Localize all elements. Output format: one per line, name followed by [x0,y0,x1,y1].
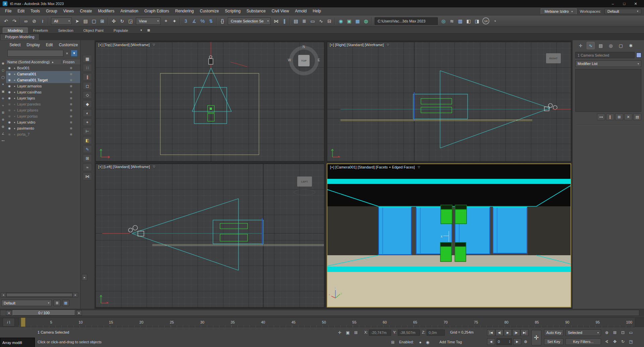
previous-frame-button[interactable]: ◀| [495,329,503,336]
pivot-icon[interactable]: ⌖ [83,118,92,126]
display-all-icon[interactable]: ◉ [1,61,5,66]
maxscript-mini-listener[interactable]: Array modifi [0,338,35,347]
layer-list-icon[interactable]: ≣ [53,300,61,306]
relax-icon[interactable]: ≈ [83,163,92,171]
mirror-icon[interactable]: ⋈ [272,17,280,25]
add-time-tag[interactable]: Add Time Tag [439,340,462,344]
select-and-link-icon[interactable]: ∞ [22,17,30,25]
menu-customize[interactable]: Customize [197,7,222,15]
tab-motion[interactable]: ◎ [607,42,615,49]
polygon-modeling-panel[interactable]: Polygon Modeling [1,34,39,40]
paint-deform-icon[interactable]: ✎ [83,145,92,153]
menu-scripting[interactable]: Scripting [222,7,244,15]
visibility-eye-icon[interactable]: ◉ [7,133,12,136]
element-mode-icon[interactable]: ◆ [83,100,92,108]
display-materials-icon[interactable]: ◍ [1,124,5,129]
previous-frame-button[interactable]: ◀ [487,338,495,345]
make-unique-icon[interactable]: ⊞ [615,114,623,120]
time-slider-handle[interactable]: 0 / 100 [13,310,75,316]
y-coordinate-field[interactable]: -38,507m [398,330,420,336]
frozen-icon[interactable]: ✱ [62,102,80,106]
menu-create[interactable]: Create [77,7,95,15]
menu-edit[interactable]: Edit [14,7,28,15]
display-lights-icon[interactable]: ✶ [1,82,5,87]
display-xrefs-icon[interactable]: ⊛ [1,117,5,122]
column-frozen-header[interactable]: Frozen [61,60,80,64]
compass-north-label[interactable]: N [303,45,305,49]
next-frame-button[interactable]: ▶ [513,338,521,345]
clear-search-icon[interactable]: ✕ [65,52,69,55]
select-and-move-icon[interactable]: ✜ [110,17,118,25]
menu-views[interactable]: Views [60,7,77,15]
play-button[interactable]: ▶ [504,329,512,336]
spinner-icon[interactable]: ▲▼ [509,340,511,343]
go-to-end-button[interactable]: ▶| [521,329,529,336]
select-object-icon[interactable]: ➤ [73,17,81,25]
display-groups-icon[interactable]: ⊞ [1,110,5,115]
modifier-stack[interactable] [575,69,641,112]
divider[interactable] [108,17,108,25]
per-view-filter-icon[interactable]: ▽ [418,165,420,169]
explorer-menu-select[interactable]: Select [7,42,23,48]
next-frame-button[interactable]: |▶ [512,329,520,336]
select-and-scale-icon[interactable]: ◲ [126,17,135,25]
visibility-eye-icon[interactable]: ◉ [7,109,12,112]
list-item[interactable]: ◉ ● Layer:armarios ✱ [6,83,80,89]
tab-hierarchy[interactable]: ▤ [597,42,605,49]
zoom-all-icon[interactable]: ⊞ [611,329,619,336]
view-cube-face-tag[interactable]: RIGHT [546,53,561,63]
redo-icon[interactable]: ↷ [10,17,18,25]
select-and-manipulate-icon[interactable]: ✦ [170,17,178,25]
create-key-button[interactable]: ✛ [531,330,541,345]
maximize-button[interactable]: □ [619,0,630,7]
toggle-a-icon[interactable]: ◧ [465,17,473,25]
list-item[interactable]: ◉ ● Layer:pilares ✱ [6,107,80,113]
track-bar-frame-marker[interactable] [21,318,25,327]
list-item[interactable]: ◉ ● pavimento ✱ [6,125,80,131]
toggle-ribbon-icon[interactable]: ▭ [309,17,317,25]
toggle-scene-explorer-icon[interactable]: ▤ [292,17,300,25]
absolute-offset-icon[interactable]: ⊞ [352,329,360,336]
border-mode-icon[interactable]: ◻ [83,82,92,90]
zoom-extents-icon[interactable]: ⊡ [619,329,627,336]
view-cube-face-tag[interactable]: LEFT [297,177,312,187]
list-item[interactable]: ◉ ● Layer:lajes ✱ [6,95,80,101]
menu-tools[interactable]: Tools [28,7,43,15]
open-in-explorer-icon[interactable]: ▥ [456,17,464,25]
menu-substance[interactable]: Substance [244,7,269,15]
frozen-icon[interactable]: ✱ [62,84,80,88]
window-crossing-icon[interactable]: ⊞ [98,17,106,25]
viewport-right[interactable]: [+] [Right] [Standard] [Wireframe] ▽ RIG… [327,42,571,161]
key-filters-button[interactable]: Key Filters... [566,338,601,345]
close-button[interactable]: ✕ [630,0,641,7]
set-key-button[interactable]: Set Key [544,338,564,345]
angle-snap-icon[interactable]: ∡ [190,17,198,25]
viewport-left-canvas[interactable] [96,164,324,307]
viewport-left-label[interactable]: [+] [Left] [Standard] [Wireframe] ▽ [98,165,155,169]
go-to-start-button[interactable]: |◀ [487,329,495,336]
edge-mode-icon[interactable]: ∥ [83,73,92,81]
viewport-top-label[interactable]: [+] [Top] [Standard] [Wireframe] ▽ [98,43,155,47]
tab-freeform[interactable]: Freeform [29,28,53,33]
pan-view-icon[interactable]: ✥ [611,338,619,345]
keyboard-override-icon[interactable]: ⊞ [389,339,396,346]
scrollbar-thumb[interactable] [6,293,72,297]
strip-expander-button[interactable]: ▸ [82,274,87,281]
divider[interactable] [371,17,372,25]
frozen-icon[interactable]: ✱ [62,133,80,136]
workspace-tab[interactable]: Mebiane Izidro ▾ [541,8,576,14]
tab-display[interactable]: ▢ [617,42,625,49]
project-path-field[interactable]: C:\Users\Vac...3ds Max 2023 [375,17,438,25]
pin-stack-icon[interactable]: ⊶ [597,114,605,120]
display-bones-icon[interactable]: ∠ [1,131,5,136]
rectangular-region-icon[interactable]: ▢ [90,17,98,25]
zoom-icon[interactable]: ⊕ [603,329,610,336]
symmetry-icon[interactable]: ⋈ [83,172,92,180]
per-view-filter-icon[interactable]: ▽ [153,43,155,47]
swift-loop-icon[interactable]: ◧ [83,136,92,144]
frozen-icon[interactable]: ✱ [62,121,80,124]
frozen-icon[interactable]: ✱ [62,78,80,82]
list-item[interactable]: ◉ ● Box001 ✱ [6,65,80,71]
display-helpers-icon[interactable]: ✛ [1,96,5,101]
material-editor-icon[interactable]: ◉ [337,17,345,25]
